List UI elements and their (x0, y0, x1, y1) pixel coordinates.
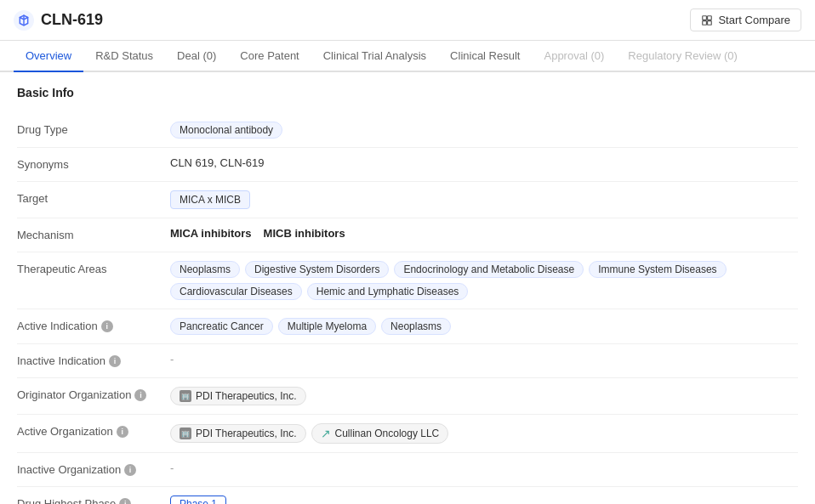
synonyms-label: Synonyms (17, 156, 170, 171)
start-compare-label: Start Compare (718, 14, 790, 26)
building-icon-2: 🏢 (180, 428, 191, 439)
tab-clinical-trial[interactable]: Clinical Trial Analysis (311, 41, 438, 72)
active-org-label: Active Organization i (17, 423, 170, 438)
active-indication-info-icon[interactable]: i (101, 320, 113, 332)
drug-highest-phase-value: Phase 1 (170, 496, 798, 504)
originator-org-label: Originator Organization i (17, 387, 170, 401)
ta-tag-endocrinology[interactable]: Endocrinology and Metabolic Disease (394, 261, 584, 278)
drug-icon (14, 10, 34, 31)
mechanism-row: Mechanism MICA inhibitors MICB inhibitor… (17, 218, 798, 252)
tab-regulatory-review: Regulatory Review (0) (616, 41, 749, 72)
active-org-info-icon[interactable]: i (117, 426, 128, 438)
tab-overview[interactable]: Overview (14, 41, 83, 72)
building-icon: 🏢 (180, 390, 191, 402)
ta-tag-cardiovascular[interactable]: Cardiovascular Diseases (170, 283, 302, 300)
svg-rect-1 (708, 15, 712, 20)
originator-org-row: Originator Organization i 🏢 PDI Therapeu… (17, 378, 798, 415)
ta-tag-digestive[interactable]: Digestive System Disorders (245, 261, 389, 278)
tab-rd-status[interactable]: R&D Status (83, 41, 165, 72)
target-label: Target (17, 190, 170, 205)
ai-tag-neoplasms[interactable]: Neoplasms (381, 318, 451, 335)
arrow-icon: ↗ (321, 427, 331, 440)
active-org-tag-cullinan[interactable]: ↗ Cullinan Oncology LLC (311, 423, 449, 444)
inactive-indication-value: - (170, 353, 798, 365)
originator-org-tag-pdi[interactable]: 🏢 PDI Therapeutics, Inc. (170, 387, 306, 405)
active-org-value: 🏢 PDI Therapeutics, Inc. ↗ Cullinan Onco… (170, 423, 798, 444)
header-left: CLN-619 (14, 10, 103, 31)
active-org-row: Active Organization i 🏢 PDI Therapeutics… (17, 415, 798, 453)
mechanism-item-1: MICA inhibitors (170, 227, 252, 240)
drug-highest-phase-row: Drug Highest Phase i Phase 1 (17, 487, 798, 504)
drug-highest-phase-info-icon[interactable]: i (119, 498, 131, 505)
nav-tabs: Overview R&D Status Deal (0) Core Patent… (0, 41, 815, 72)
active-org-name-cullinan: Cullinan Oncology LLC (335, 428, 440, 439)
drug-type-value: Monoclonal antibody (170, 122, 798, 139)
main-content: Basic Info Drug Type Monoclonal antibody… (0, 72, 815, 504)
svg-rect-0 (703, 15, 707, 20)
target-row: Target MICA x MICB (17, 182, 798, 218)
drug-type-row: Drug Type Monoclonal antibody (17, 113, 798, 148)
inactive-org-info-icon[interactable]: i (124, 464, 136, 476)
svg-rect-3 (708, 20, 712, 25)
ai-tag-myeloma[interactable]: Multiple Myeloma (278, 318, 376, 335)
therapeutic-areas-row: Therapeutic Areas Neoplasms Digestive Sy… (17, 252, 798, 309)
header: CLN-619 Start Compare (0, 0, 815, 41)
section-title: Basic Info (17, 86, 798, 99)
inactive-indication-label: Inactive Indication i (17, 353, 170, 367)
inactive-indication-dash: - (170, 353, 174, 365)
drug-highest-phase-label: Drug Highest Phase i (17, 496, 170, 504)
target-tag[interactable]: MICA x MICB (170, 190, 250, 209)
inactive-org-label: Inactive Organization i (17, 462, 170, 476)
inactive-org-row: Inactive Organization i - (17, 453, 798, 487)
active-indication-row: Active Indication i Pancreatic Cancer Mu… (17, 309, 798, 344)
therapeutic-areas-label: Therapeutic Areas (17, 261, 170, 275)
ai-tag-pancreatic[interactable]: Pancreatic Cancer (170, 318, 273, 335)
inactive-org-value: - (170, 462, 798, 474)
ta-tag-hemic[interactable]: Hemic and Lymphatic Diseases (307, 283, 469, 300)
active-indication-label: Active Indication i (17, 318, 170, 332)
synonyms-value: CLN 619, CLN-619 (170, 156, 798, 169)
active-org-name-pdi: PDI Therapeutics, Inc. (196, 428, 297, 439)
start-compare-button[interactable]: Start Compare (690, 8, 801, 31)
synonyms-text: CLN 619, CLN-619 (170, 156, 265, 169)
inactive-indication-info-icon[interactable]: i (109, 355, 121, 367)
target-value: MICA x MICB (170, 190, 798, 209)
tab-clinical-result[interactable]: Clinical Result (438, 41, 532, 72)
active-org-tag-pdi[interactable]: 🏢 PDI Therapeutics, Inc. (170, 424, 306, 443)
tab-approval: Approval (0) (532, 41, 616, 72)
drug-type-tag: Monoclonal antibody (170, 122, 282, 139)
drug-type-label: Drug Type (17, 122, 170, 136)
inactive-indication-row: Inactive Indication i - (17, 344, 798, 378)
mechanism-label: Mechanism (17, 227, 170, 241)
therapeutic-areas-value: Neoplasms Digestive System Disorders End… (170, 261, 798, 300)
mechanism-item-2: MICB inhibitors (264, 227, 345, 240)
drug-name: CLN-619 (41, 11, 103, 29)
phase-tag[interactable]: Phase 1 (170, 496, 226, 504)
originator-org-name: PDI Therapeutics, Inc. (196, 390, 297, 402)
inactive-org-dash: - (170, 462, 174, 474)
svg-rect-2 (703, 20, 707, 25)
ta-tag-immune[interactable]: Immune System Diseases (589, 261, 726, 278)
ta-tag-neoplasms[interactable]: Neoplasms (170, 261, 240, 278)
tab-deal[interactable]: Deal (0) (165, 41, 228, 72)
originator-org-info-icon[interactable]: i (134, 389, 146, 401)
active-indication-value: Pancreatic Cancer Multiple Myeloma Neopl… (170, 318, 798, 335)
originator-org-value: 🏢 PDI Therapeutics, Inc. (170, 387, 798, 405)
tab-core-patent[interactable]: Core Patent (228, 41, 311, 72)
mechanism-value: MICA inhibitors MICB inhibitors (170, 227, 798, 240)
synonyms-row: Synonyms CLN 619, CLN-619 (17, 148, 798, 182)
